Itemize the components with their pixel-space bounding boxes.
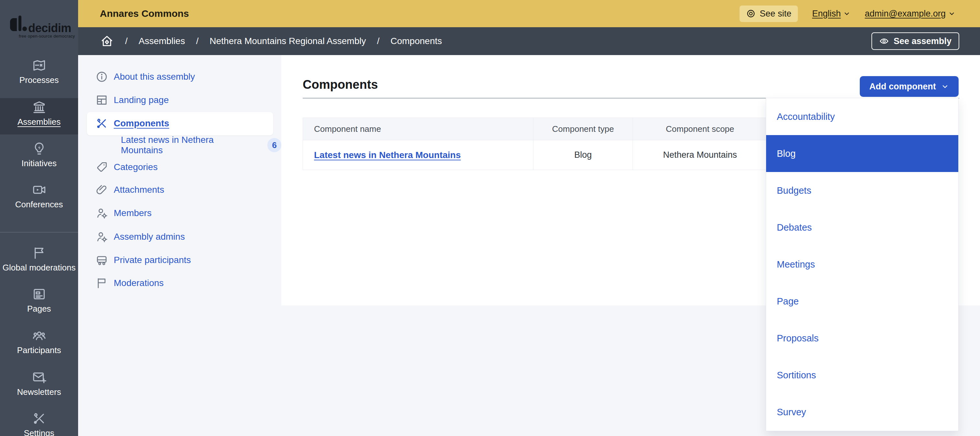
see-site-label: See site [760, 9, 791, 19]
sidebar-item-conferences[interactable]: Conferences [0, 182, 78, 209]
decidim-tagline: free open-source democracy [19, 34, 75, 38]
nav-categories[interactable]: Categories [78, 160, 281, 174]
sidebar-item-pages[interactable]: Pages [0, 287, 78, 314]
nav-item-label: Categories [114, 162, 158, 172]
flag-icon [32, 246, 47, 260]
breadcrumb-components[interactable]: Components [390, 36, 442, 46]
top-bar: Annares Commons See site English admin@e… [78, 0, 980, 27]
component-scope-cell: Nethera Mountains [633, 140, 767, 170]
breadcrumb-separator: / [377, 36, 380, 46]
sidebar-item-label: Pages [0, 304, 78, 314]
nav-about-assembly[interactable]: About this assembly [78, 70, 281, 84]
sidebar-item-participants[interactable]: Participants [0, 328, 78, 355]
component-count-badge: 6 [267, 138, 281, 152]
sidebar-item-label: Global moderations [0, 263, 78, 273]
sidebar-item-label: Newsletters [0, 387, 78, 397]
sidebar-item-initiatives[interactable]: Initiatives [0, 141, 78, 168]
breadcrumb-separator: / [125, 36, 128, 46]
language-label: English [812, 9, 841, 19]
dropdown-item-blog[interactable]: Blog [766, 135, 958, 172]
nav-moderations[interactable]: Moderations [78, 276, 281, 290]
component-name-cell: Latest news in Nethera Mountains [303, 140, 533, 170]
eye-icon [879, 36, 889, 46]
nav-item-label: Moderations [114, 278, 164, 288]
page-title: Components [303, 78, 378, 92]
sidebar-item-label: Participants [0, 345, 78, 355]
account-menu[interactable]: admin@example.org [865, 9, 955, 19]
dropdown-item-proposals[interactable]: Proposals [766, 320, 958, 357]
see-assembly-label: See assembly [894, 36, 951, 46]
nav-members[interactable]: Members [78, 206, 281, 220]
decidim-logo: decidim free open-source democracy [10, 14, 75, 40]
nav-landing-page[interactable]: Landing page [78, 93, 281, 107]
bank-icon [32, 100, 47, 115]
layout-grid-icon [95, 94, 108, 106]
nav-item-label: Landing page [114, 95, 169, 105]
video-camera-icon [32, 182, 47, 197]
organization-title: Annares Commons [100, 0, 189, 27]
map-icon [32, 58, 47, 73]
add-component-button[interactable]: Add component [860, 76, 959, 97]
breadcrumb-assemblies[interactable]: Assemblies [139, 36, 185, 46]
breadcrumb-assembly-name[interactable]: Nethera Mountains Regional Assembly [210, 36, 366, 46]
nav-item-label: Members [114, 208, 152, 218]
dropdown-item-survey[interactable]: Survey [766, 394, 958, 431]
see-assembly-button[interactable]: See assembly [872, 32, 959, 50]
nav-private-participants[interactable]: Private participants [78, 253, 281, 267]
sidebar-item-assemblies[interactable]: Assemblies [0, 98, 78, 135]
sidebar-item-newsletters[interactable]: Newsletters [0, 370, 78, 397]
admin-sidebar: Processes Assemblies Initiatives Confere… [0, 0, 78, 436]
chevron-down-icon [843, 10, 850, 17]
account-email: admin@example.org [865, 9, 946, 19]
group-bus-icon [95, 254, 108, 266]
breadcrumb-separator: / [196, 36, 199, 46]
dropdown-item-meetings[interactable]: Meetings [766, 246, 958, 283]
user-gear-icon [95, 207, 108, 220]
add-component-dropdown: Accountability Blog Budgets Debates Meet… [766, 98, 959, 431]
chevron-down-icon [941, 82, 949, 90]
nav-attachments[interactable]: Attachments [78, 183, 281, 197]
component-type-cell: Blog [533, 140, 633, 170]
dropdown-item-page[interactable]: Page [766, 283, 958, 320]
language-selector[interactable]: English [812, 9, 851, 19]
info-icon [95, 70, 108, 83]
sidebar-item-label: Assemblies [0, 117, 78, 127]
nav-components[interactable]: Components [78, 116, 281, 130]
nav-item-label: About this assembly [114, 71, 195, 82]
column-header-scope: Component scope [633, 118, 767, 140]
mail-add-icon [32, 370, 47, 385]
tools-icon [32, 411, 47, 426]
nav-item-label: Latest news in Nethera Mountains [121, 135, 253, 155]
sidebar-item-label: Processes [0, 75, 78, 85]
flag-icon [95, 277, 108, 290]
paperclip-icon [95, 183, 108, 196]
dropdown-item-debates[interactable]: Debates [766, 209, 958, 246]
see-site-button[interactable]: See site [740, 5, 798, 22]
home-icon[interactable] [100, 34, 114, 48]
component-link[interactable]: Latest news in Nethera Mountains [314, 150, 461, 160]
nav-item-label: Attachments [114, 185, 164, 195]
sidebar-item-label: Settings [0, 428, 78, 436]
sidebar-item-label: Conferences [0, 200, 78, 209]
sidebar-divider [0, 232, 78, 233]
nav-assembly-admins[interactable]: Assembly admins [78, 230, 281, 244]
column-header-name: Component name [303, 118, 533, 140]
sidebar-item-processes[interactable]: Processes [0, 58, 78, 85]
nav-item-label: Private participants [114, 255, 191, 265]
nav-item-label: Assembly admins [114, 231, 185, 242]
sidebar-item-global-moderations[interactable]: Global moderations [0, 246, 78, 273]
sidebar-item-settings[interactable]: Settings [0, 411, 78, 436]
top-bar-actions: See site English admin@example.org [740, 0, 955, 27]
nav-component-latest-news[interactable]: Latest news in Nethera Mountains 6 [78, 138, 281, 152]
dropdown-item-accountability[interactable]: Accountability [766, 98, 958, 135]
add-component-label: Add component [870, 82, 936, 92]
decidim-logo-text: decidim [28, 21, 71, 35]
page-layout-icon [32, 287, 47, 301]
decidim-logo-mark [10, 16, 27, 34]
chevron-down-icon [948, 10, 955, 17]
dropdown-item-budgets[interactable]: Budgets [766, 172, 958, 209]
eye-circle-icon [746, 9, 756, 19]
dropdown-item-sortitions[interactable]: Sortitions [766, 357, 958, 394]
tools-icon [95, 117, 108, 130]
column-header-type: Component type [533, 118, 633, 140]
